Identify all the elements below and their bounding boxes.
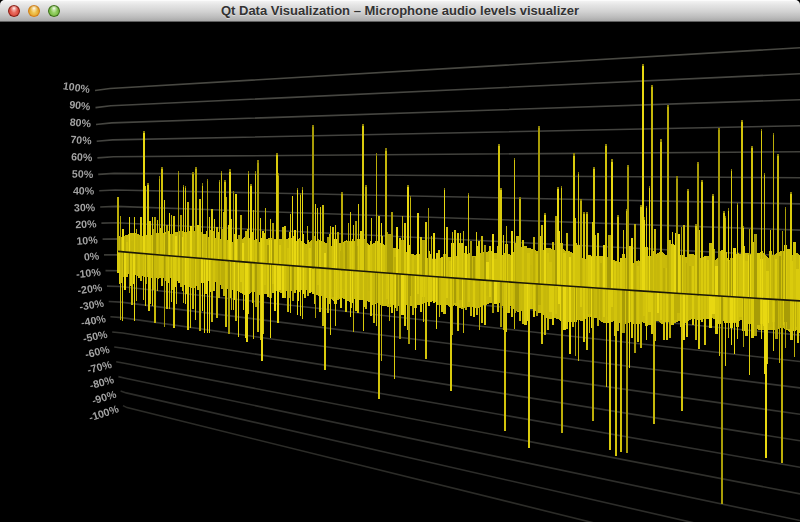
svg-text:0%: 0%	[83, 249, 100, 262]
svg-text:100%: 100%	[62, 79, 91, 95]
svg-text:-40%: -40%	[80, 312, 107, 328]
svg-text:-30%: -30%	[78, 297, 105, 313]
svg-text:-100%: -100%	[87, 402, 120, 423]
svg-text:-50%: -50%	[82, 328, 109, 345]
svg-text:40%: 40%	[73, 185, 95, 197]
svg-text:10%: 10%	[76, 233, 99, 246]
svg-text:90%: 90%	[69, 98, 92, 112]
svg-text:60%: 60%	[71, 150, 93, 163]
svg-text:70%: 70%	[70, 133, 93, 147]
svg-text:20%: 20%	[75, 217, 97, 230]
svg-text:30%: 30%	[74, 201, 96, 213]
svg-text:-60%: -60%	[84, 343, 111, 360]
svg-text:50%: 50%	[72, 167, 94, 180]
svg-text:-20%: -20%	[77, 281, 104, 296]
svg-text:80%: 80%	[69, 116, 92, 130]
svg-text:-10%: -10%	[75, 265, 101, 280]
